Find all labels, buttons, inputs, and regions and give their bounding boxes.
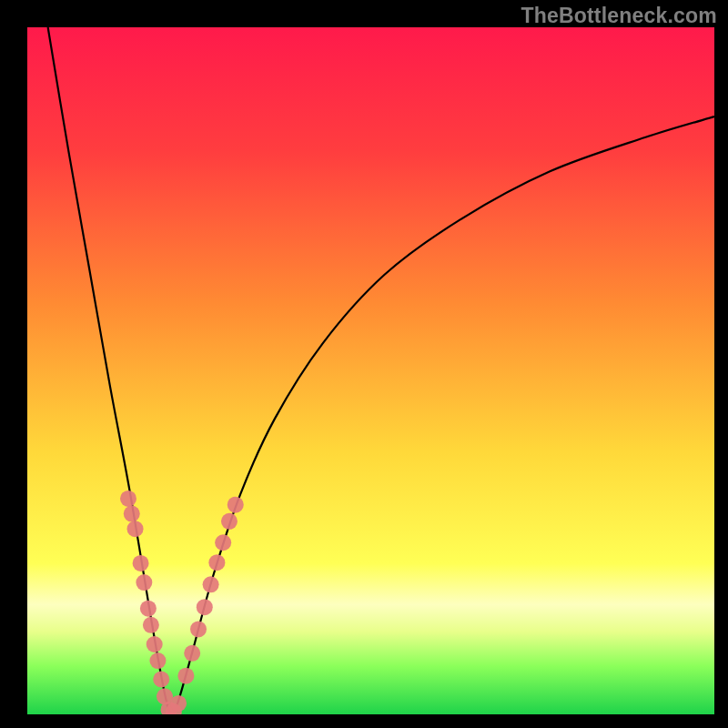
scatter-dot xyxy=(190,621,207,637)
scatter-dot xyxy=(127,521,144,537)
watermark-text: TheBottleneck.com xyxy=(521,4,717,28)
scatter-dot xyxy=(208,554,225,571)
scatter-dot xyxy=(136,574,152,591)
scatter-dot xyxy=(197,599,213,615)
scatter-dot xyxy=(149,652,166,669)
scatter-dot xyxy=(215,534,231,551)
scatter-dot xyxy=(143,617,159,633)
scatter-dot xyxy=(153,672,169,688)
chart-frame: TheBottleneck.com xyxy=(0,0,728,728)
scatter-dot xyxy=(177,668,194,684)
scatter-dot xyxy=(124,506,140,522)
scatter-dot xyxy=(221,513,238,530)
scatter-dot xyxy=(184,645,200,662)
curve-layer xyxy=(27,27,714,714)
scatter-dot xyxy=(120,490,136,507)
scatter-dot xyxy=(170,695,187,712)
scatter-dot xyxy=(203,576,219,592)
scatter-dot xyxy=(133,555,149,571)
scatter-dot xyxy=(147,636,163,652)
plot-area xyxy=(27,27,714,714)
scatter-dot xyxy=(140,601,157,617)
scatter-group xyxy=(120,490,244,714)
scatter-dot xyxy=(228,497,244,513)
